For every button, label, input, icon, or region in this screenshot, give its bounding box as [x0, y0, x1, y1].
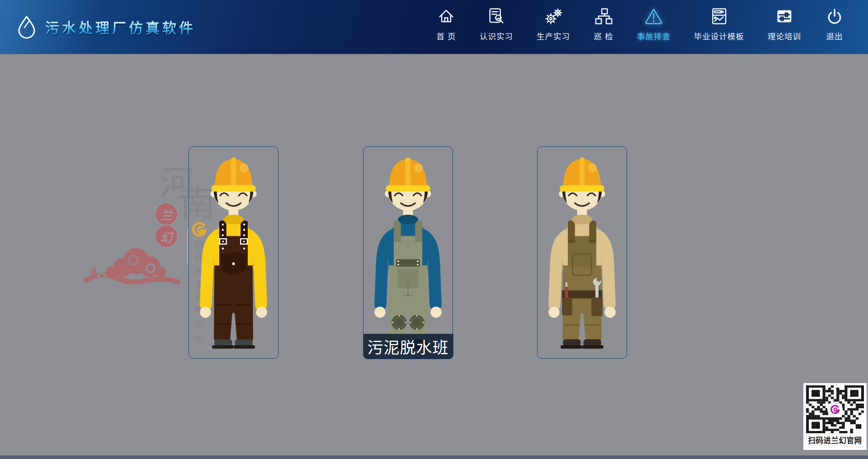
exit-icon — [825, 6, 844, 26]
worker-card-3[interactable] — [537, 146, 627, 359]
watermark-divider — [187, 228, 188, 265]
nav-label: 毕业设计模板 — [694, 30, 744, 42]
worker-figure — [189, 147, 278, 358]
nav-item-graduation-template[interactable]: 毕业设计模板 — [682, 0, 756, 54]
team-label: 污泥脱水班 — [363, 334, 453, 359]
qr-center-logo-icon — [827, 402, 843, 417]
nav-label: 首 页 — [437, 30, 456, 42]
nav-label: 生产实习 — [537, 30, 570, 42]
water-drop-icon — [16, 15, 37, 39]
worker-figure — [538, 147, 627, 358]
nav-item-accident-check[interactable]: 事故排查 — [625, 0, 682, 54]
worker-figure — [363, 147, 453, 358]
worker-card-1[interactable] — [189, 146, 278, 359]
nav-label: 巡 检 — [594, 30, 613, 42]
main-nav: 首 页 认识实习 — [425, 0, 856, 54]
accident-check-icon — [644, 6, 664, 26]
nav-item-theory-training[interactable]: 理论培训 — [756, 0, 813, 54]
production-practice-icon — [543, 6, 563, 26]
app-logo: 污水处理厂仿真软件 — [16, 15, 196, 39]
nav-label: 理论培训 — [768, 30, 801, 42]
home-icon — [436, 6, 456, 26]
nav-item-cognition-practice[interactable]: 认识实习 — [468, 0, 525, 54]
nav-item-production-practice[interactable]: 生产实习 — [525, 0, 582, 54]
main-area: 河 南 兰 幻 软件技术有限公司 — [0, 54, 868, 455]
qr-caption: 扫码进兰幻官网 — [806, 435, 864, 445]
watermark-seal-lan: 兰 — [155, 202, 178, 226]
graduation-template-icon — [709, 6, 729, 26]
worker-card-2[interactable]: 污泥脱水班 — [363, 146, 453, 359]
bottom-strip — [0, 455, 868, 459]
nav-item-home[interactable]: 首 页 — [425, 0, 468, 54]
nav-label: 认识实习 — [480, 30, 513, 42]
nav-item-exit[interactable]: 退出 — [813, 0, 856, 54]
inspection-icon — [594, 6, 613, 26]
app-title: 污水处理厂仿真软件 — [45, 17, 196, 37]
nav-label: 退出 — [826, 30, 843, 42]
nav-label: 事故排查 — [637, 30, 670, 42]
qr-code: 扫码进兰幻官网 — [803, 383, 867, 450]
nav-item-inspection[interactable]: 巡 检 — [582, 0, 625, 54]
theory-training-icon — [774, 6, 794, 26]
cloud-motif-icon — [83, 245, 186, 289]
top-navbar: 污水处理厂仿真软件 首 页 认识实习 — [0, 0, 868, 54]
app-window: 污水处理厂仿真软件 首 页 认识实习 — [0, 0, 868, 459]
cognition-practice-icon — [486, 6, 506, 26]
